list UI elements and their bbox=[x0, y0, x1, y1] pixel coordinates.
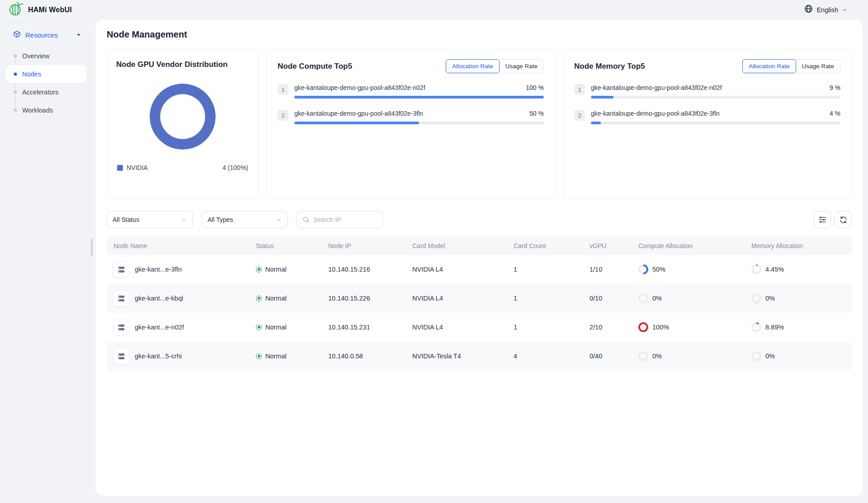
compute-allocation-value: 100% bbox=[652, 324, 669, 331]
compute-top5-list: 1 gke-kantaloupe-demo-gpu-pool-a843f02e-… bbox=[278, 84, 544, 124]
card-count: 1 bbox=[514, 266, 590, 273]
memory-allocation-value: 0% bbox=[765, 353, 775, 360]
gpu-node-icon bbox=[117, 294, 126, 303]
card-count: 4 bbox=[514, 353, 590, 360]
node-name: gke-kantaloupe-demo-gpu-pool-a843f02e-3f… bbox=[591, 110, 720, 117]
chevron-down-icon bbox=[842, 7, 847, 13]
table-row[interactable]: gke-kant...e-n02f Normal 10.140.15.231 N… bbox=[107, 313, 852, 342]
rank-badge: 2 bbox=[278, 110, 288, 121]
column-header: Status bbox=[256, 242, 328, 249]
sidebar-item-label: Workloads bbox=[22, 107, 53, 114]
search-ip-input[interactable] bbox=[313, 216, 377, 223]
table-row[interactable]: gke-kant...e-3fln Normal 10.140.15.216 N… bbox=[107, 255, 852, 284]
sidebar-item-accelerators[interactable]: Accelerators bbox=[5, 83, 87, 101]
column-settings-button[interactable] bbox=[814, 211, 831, 228]
memory-allocation-value: 0% bbox=[765, 295, 775, 302]
memory-allocation-ring bbox=[751, 351, 761, 361]
gpu-node-icon bbox=[117, 352, 126, 361]
table-row[interactable]: gke-kant...e-kbql Normal 10.140.15.226 N… bbox=[107, 284, 852, 313]
legend-swatch bbox=[117, 165, 123, 171]
node-name-link[interactable]: gke-kant...e-n02f bbox=[135, 324, 184, 331]
node-name-link[interactable]: gke-kant...e-kbql bbox=[135, 295, 183, 302]
progress-fill bbox=[591, 96, 613, 99]
vgpu-value: 0/40 bbox=[590, 353, 638, 360]
memory-allocation-ring bbox=[751, 264, 761, 274]
node-icon-box bbox=[113, 348, 129, 364]
node-name-link[interactable]: gke-kant...e-3fln bbox=[135, 266, 182, 273]
node-icon-box bbox=[113, 319, 129, 335]
card-title: Node GPU Vendor Distribution bbox=[116, 60, 249, 69]
globe-icon bbox=[804, 5, 813, 15]
card-header: Node Compute Top5 Allocation Rate Usage … bbox=[278, 59, 544, 73]
sidebar-item-label: Nodes bbox=[22, 71, 41, 78]
usage-rate-button[interactable]: Usage Rate bbox=[796, 59, 840, 73]
status-normal-icon bbox=[256, 267, 262, 273]
sidebar-tree: Overview Nodes Accelerators Workloads bbox=[5, 47, 87, 119]
filters-row: All Status All Types bbox=[107, 211, 852, 228]
column-header: Card Model bbox=[412, 242, 514, 249]
compute-allocation-ring bbox=[638, 264, 648, 274]
node-name: gke-kantaloupe-demo-gpu-pool-a843f02e-n0… bbox=[294, 84, 425, 91]
type-filter-select[interactable]: All Types bbox=[202, 211, 288, 228]
status-filter-select[interactable]: All Status bbox=[107, 211, 193, 228]
card-title: Node Memory Top5 bbox=[574, 62, 645, 71]
compute-allocation-ring bbox=[638, 351, 648, 361]
sidebar-section-resources[interactable]: Resources bbox=[0, 27, 92, 42]
list-item: 1 gke-kantaloupe-demo-gpu-pool-a843f02e-… bbox=[278, 84, 544, 99]
app-title: HAMi WebUI bbox=[28, 6, 72, 14]
column-header: Memory Allocation bbox=[751, 242, 852, 249]
sidebar-item-nodes[interactable]: Nodes bbox=[5, 65, 87, 83]
memory-allocation-value: 8.89% bbox=[765, 324, 784, 331]
compute-allocation-ring bbox=[638, 293, 648, 303]
compute-allocation-ring bbox=[638, 322, 648, 332]
card-model: NVIDIA L4 bbox=[412, 295, 514, 302]
card-count: 1 bbox=[514, 295, 590, 302]
table-row[interactable]: gke-kant...5-crhi Normal 10.140.0.58 NVI… bbox=[107, 342, 852, 371]
node-ip: 10.140.0.58 bbox=[328, 353, 412, 360]
sidebar-item-label: Accelerators bbox=[22, 89, 59, 96]
progress-fill bbox=[591, 122, 601, 124]
gpu-node-icon bbox=[117, 323, 126, 332]
node-ip: 10.140.15.231 bbox=[328, 324, 412, 331]
node-ip: 10.140.15.226 bbox=[328, 295, 412, 302]
memory-rate-toggle: Allocation Rate Usage Rate bbox=[742, 59, 840, 73]
node-name-link[interactable]: gke-kant...5-crhi bbox=[135, 353, 182, 360]
memory-allocation-ring bbox=[751, 293, 761, 303]
card-node-compute-top5: Node Compute Top5 Allocation Rate Usage … bbox=[266, 50, 555, 199]
hami-logo-icon bbox=[8, 1, 24, 19]
rate-value: 100 % bbox=[526, 84, 544, 91]
node-name: gke-kantaloupe-demo-gpu-pool-a843f02e-n0… bbox=[591, 84, 722, 91]
sidebar-item-workloads[interactable]: Workloads bbox=[5, 101, 87, 119]
sidebar-item-overview[interactable]: Overview bbox=[5, 47, 87, 65]
vendor-legend: NVIDIA 4 (100%) bbox=[116, 164, 249, 171]
sidebar-item-label: Overview bbox=[22, 52, 49, 60]
main-area: English Node Management Node GPU Vendor … bbox=[92, 0, 868, 503]
refresh-button[interactable] bbox=[835, 211, 852, 228]
sidebar-divider bbox=[6, 22, 86, 23]
progress-fill bbox=[294, 122, 419, 124]
card-model: NVIDIA-Tesla T4 bbox=[412, 353, 514, 360]
tree-dot-icon bbox=[14, 91, 17, 94]
status-normal-icon bbox=[256, 353, 262, 359]
column-header: Card Count bbox=[514, 242, 590, 249]
compute-allocation-value: 50% bbox=[652, 266, 665, 273]
allocation-rate-button[interactable]: Allocation Rate bbox=[742, 59, 796, 73]
legend-entry: NVIDIA bbox=[117, 164, 148, 171]
rank-badge: 1 bbox=[278, 84, 288, 95]
tree-dot-icon bbox=[14, 109, 17, 112]
sidebar-section-label: Resources bbox=[25, 31, 58, 39]
sidebar-resize-handle[interactable] bbox=[91, 239, 93, 256]
usage-rate-button[interactable]: Usage Rate bbox=[500, 59, 544, 73]
vendor-donut-chart bbox=[116, 69, 249, 164]
rank-badge: 1 bbox=[574, 84, 585, 95]
item-body: gke-kantaloupe-demo-gpu-pool-a843f02e-n0… bbox=[294, 84, 544, 99]
column-header: vGPU bbox=[590, 242, 638, 249]
column-header: Node IP bbox=[328, 242, 412, 249]
item-body: gke-kantaloupe-demo-gpu-pool-a843f02e-n0… bbox=[591, 84, 840, 99]
language-label: English bbox=[816, 6, 838, 14]
list-item: 1 gke-kantaloupe-demo-gpu-pool-a843f02e-… bbox=[574, 84, 840, 99]
content-panel: Node Management Node GPU Vendor Distribu… bbox=[96, 19, 863, 496]
allocation-rate-button[interactable]: Allocation Rate bbox=[446, 59, 500, 73]
language-selector[interactable]: English bbox=[804, 5, 847, 15]
vgpu-value: 2/10 bbox=[590, 324, 638, 331]
